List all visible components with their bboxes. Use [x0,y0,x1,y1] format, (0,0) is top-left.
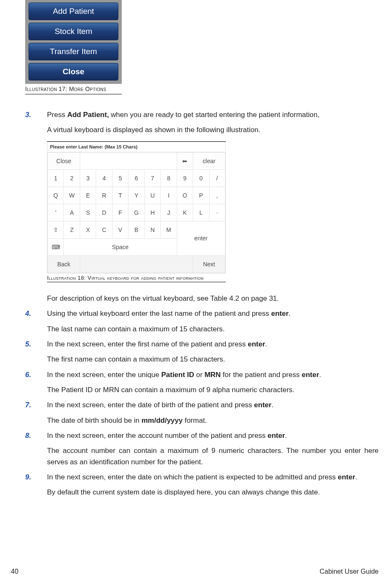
vk-key-dot[interactable]: · [209,204,225,221]
vk-key-apos[interactable]: ' [48,204,64,221]
step-body: In the next screen, enter the date on wh… [47,472,379,502]
bold-text: MRN [204,371,221,379]
vk-keyboard-icon[interactable]: ⌨ [48,239,64,256]
add-patient-button[interactable]: Add Patient [29,3,118,20]
step-body: In the next screen, enter the unique Pat… [47,369,379,400]
vk-key-t[interactable]: T [112,187,128,204]
vk-close-button[interactable]: Close [48,153,80,170]
vk-key-j[interactable]: J [161,204,177,221]
key-label: B [134,226,138,233]
vk-key-v[interactable]: V [112,221,128,239]
vk-key-r[interactable]: R [96,187,112,204]
step-number: 6. [25,369,37,400]
vk-enter-button[interactable]: enter [177,221,225,256]
key-label: Z [70,226,74,233]
vk-key-i[interactable]: I [161,187,177,204]
bold-text: enter [302,371,319,379]
label: Next [203,261,215,268]
key-label: W [69,192,75,199]
vk-back-button[interactable]: Back [48,256,80,273]
step-body: In the next screen, enter the account nu… [47,430,379,472]
vk-space-button[interactable]: Space [64,239,177,256]
vk-key-1[interactable]: 1 [48,170,64,187]
bold-text: mm/dd/yyyy [141,416,183,424]
text: format. [183,416,207,424]
vk-key-u[interactable]: U [144,187,160,204]
btn-label: Add Patient [53,5,94,17]
vk-key-f[interactable]: F [112,204,128,221]
step-number: 8. [25,430,37,472]
virtual-keyboard: Please enter Last Name: (Max 15 Chars) C… [47,142,226,273]
step-number: 5. [25,339,37,369]
bold-text: Add Patient, [67,111,109,119]
vk-key-g[interactable]: G [128,204,144,221]
vk-key-0[interactable]: 0 [193,170,209,187]
vk-key-shift[interactable]: ⇧ [48,221,64,239]
key-label: , [216,192,218,199]
bold-text: enter [267,432,285,440]
text: or [194,371,205,379]
vk-key-9[interactable]: 9 [177,170,193,187]
vk-key-z[interactable]: Z [64,221,80,239]
vk-key-b[interactable]: B [128,221,144,239]
text: In the next screen, enter the first name… [47,340,248,348]
key-label: ' [55,209,56,216]
vk-header: Please enter Last Name: (Max 15 Chars) [47,142,225,152]
step-body: In the next screen, enter the first name… [47,339,379,369]
vk-key-8[interactable]: 8 [161,170,177,187]
key-label: N [150,226,154,233]
vk-input-field[interactable] [80,153,177,170]
close-button[interactable]: Close [29,63,118,81]
stock-item-button[interactable]: Stock Item [29,23,118,40]
vk-key-l[interactable]: L [193,204,209,221]
vk-key-comma[interactable]: , [209,187,225,204]
vk-key-y[interactable]: Y [128,187,144,204]
vk-key-7[interactable]: 7 [144,170,160,187]
key-label: K [183,209,187,216]
text: A virtual keyboard is displayed as shown… [47,125,379,135]
page-number: 40 [11,567,18,577]
text: In the next screen, enter the account nu… [47,432,267,440]
vk-key-4[interactable]: 4 [96,170,112,187]
step-body: In the next screen, enter the date of bi… [47,400,379,430]
vk-key-h[interactable]: H [144,204,160,221]
text: The last name can contain a maximum of 1… [47,324,379,335]
vk-key-k[interactable]: K [177,204,193,221]
vk-key-e[interactable]: E [80,187,96,204]
vk-key-2[interactable]: 2 [64,170,80,187]
vk-clear-button[interactable]: clear [193,153,225,170]
key-label: L [199,209,203,216]
vk-key-5[interactable]: 5 [112,170,128,187]
text: . [265,340,267,348]
key-label: 7 [151,175,154,182]
vk-key-w[interactable]: W [64,187,80,204]
text: . [289,310,291,317]
illustration-17-caption: Illustration 17: More Options [25,85,122,94]
vk-key-s[interactable]: S [80,204,96,221]
vk-key-a[interactable]: A [64,204,80,221]
transfer-item-button[interactable]: Transfer Item [29,43,118,60]
vk-key-o[interactable]: O [177,187,193,204]
text: In the next screen, enter the date of bi… [47,401,254,409]
vk-key-m[interactable]: M [161,221,177,239]
label: clear [203,158,215,164]
step-number: 3. [25,109,37,309]
vk-key-x[interactable]: X [80,221,96,239]
doc-title: Cabinet User Guide [319,567,379,577]
key-label: O [183,192,187,199]
vk-key-p[interactable]: P [193,187,209,204]
vk-key-slash[interactable]: / [209,170,225,187]
vk-key-n[interactable]: N [144,221,160,239]
key-label: 1 [54,175,58,182]
vk-next-button[interactable]: Next [193,256,225,273]
vk-key-6[interactable]: 6 [128,170,144,187]
vk-key-d[interactable]: D [96,204,112,221]
vk-key-q[interactable]: Q [48,187,64,204]
vk-key-3[interactable]: 3 [80,170,96,187]
key-label: V [118,226,122,233]
vk-key-c[interactable]: C [96,221,112,239]
text: . [285,432,287,440]
vk-backspace-button[interactable]: ⬅ [177,153,193,170]
text: The Patient ID or MRN can contain a maxi… [47,385,379,395]
text: In the next screen, enter the date on wh… [47,473,338,481]
